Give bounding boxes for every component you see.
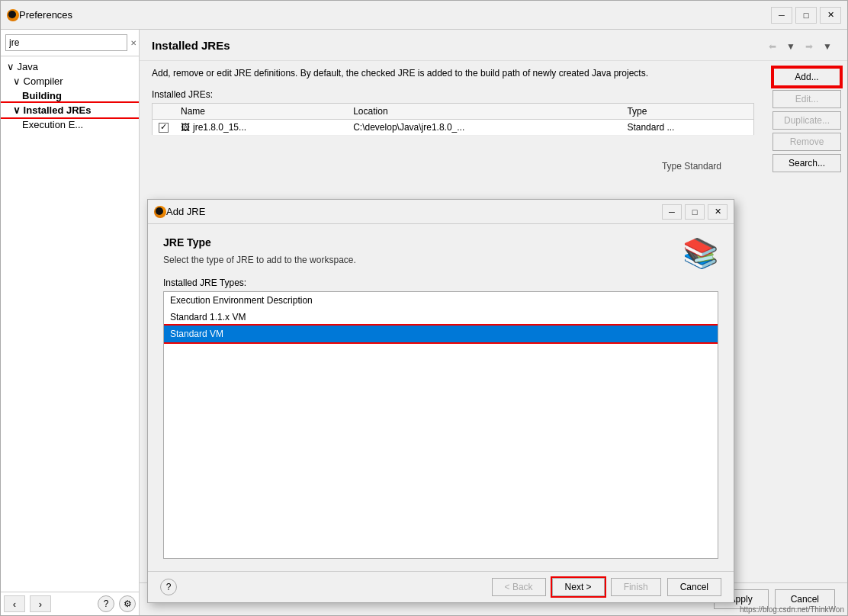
nav-back-button[interactable]: ⬅	[765, 39, 780, 54]
dialog-titlebar: Add JRE ─ □ ✕	[148, 200, 734, 224]
panel-header: Installed JREs ⬅ ▼ ➡ ▼	[140, 30, 847, 61]
window-title: Preferences	[19, 9, 771, 21]
sidebar-item-java[interactable]: ∨ Java	[1, 59, 139, 74]
tree-area: ∨ Java ∨ Compiler Building ∨ Installed J…	[1, 56, 139, 592]
dialog-section-title: JRE Type	[163, 236, 667, 249]
sidebar-item-installed-jres[interactable]: ∨ Installed JREs	[1, 103, 139, 117]
nav-dropdown-button[interactable]: ▼	[783, 39, 798, 54]
window-controls: ─ □ ✕	[771, 7, 841, 24]
finish-button[interactable]: Finish	[611, 578, 661, 596]
dialog-close-button[interactable]: ✕	[708, 204, 728, 220]
dialog-body: JRE Type Select the type of JRE to add t…	[148, 224, 734, 571]
sidebar-item-building[interactable]: Building	[1, 88, 139, 103]
dialog-list: Execution Environment Description Standa…	[163, 291, 718, 559]
panel-nav: ⬅ ▼ ➡ ▼	[765, 39, 835, 54]
dialog-list-item-stdvm[interactable]: Standard VM	[164, 326, 718, 342]
dialog-minimize-button[interactable]: ─	[662, 204, 682, 220]
watermark: https://blog.csdn.net/ThinkWon	[740, 605, 844, 614]
nav-forward-button[interactable]: ➡	[801, 39, 817, 54]
jre-checkbox[interactable]	[159, 123, 169, 133]
edit-button[interactable]: Edit...	[773, 90, 841, 108]
dialog-description: Select the type of JRE to add to the wor…	[163, 255, 667, 265]
search-clear-icon[interactable]: ✕	[130, 39, 137, 47]
description-text: Add, remove or edit JRE definitions. By …	[152, 67, 754, 80]
sidebar-item-execution-e[interactable]: Execution E...	[1, 117, 139, 132]
dialog-footer: ? < Back Next > Finish Cancel	[148, 571, 734, 602]
duplicate-button[interactable]: Duplicate...	[773, 111, 841, 130]
close-button[interactable]: ✕	[820, 7, 841, 24]
table-header-name: Name	[175, 103, 347, 119]
table-cell-name: 🖼jre1.8.0_15...	[175, 119, 347, 135]
minimize-button[interactable]: ─	[771, 7, 792, 24]
sidebar-bottom: ‹ › ? ⚙	[1, 592, 139, 615]
table-cell-location: C:\develop\Java\jre1.8.0_...	[347, 119, 621, 135]
search-box: ✕	[1, 30, 139, 56]
dialog-maximize-button[interactable]: □	[685, 204, 705, 220]
side-buttons: Add... Edit... Duplicate... Remove Searc…	[766, 61, 847, 582]
dialog-app-icon	[154, 206, 166, 218]
sidebar-item-compiler[interactable]: ∨ Compiler	[1, 74, 139, 88]
add-button[interactable]: Add...	[773, 67, 841, 87]
jre-table: Name Location Type 🖼jre	[152, 103, 754, 136]
dialog-list-label: Installed JRE Types:	[163, 278, 718, 288]
settings-button[interactable]: ⚙	[119, 595, 136, 612]
table-cell-type: Standard ...	[621, 119, 753, 135]
panel-title: Installed JREs	[152, 39, 230, 52]
dialog-title: Add JRE	[166, 206, 662, 217]
add-jre-dialog: Add JRE ─ □ ✕ JRE Type Select the type o…	[147, 199, 734, 603]
title-bar: Preferences ─ □ ✕	[1, 1, 847, 30]
remove-button[interactable]: Remove	[773, 133, 841, 151]
sidebar: ✕ ∨ Java ∨ Compiler Building ∨ Installed…	[1, 30, 140, 615]
installed-jres-label: Installed JREs:	[152, 89, 754, 100]
dialog-list-item-ee[interactable]: Execution Environment Description	[164, 292, 718, 309]
table-header-checkbox	[153, 103, 175, 119]
dialog-controls: ─ □ ✕	[662, 204, 728, 220]
nav-dropdown2-button[interactable]: ▼	[820, 39, 835, 54]
back-button[interactable]: < Back	[492, 578, 546, 596]
next-button[interactable]: Next >	[552, 578, 605, 596]
search-button[interactable]: Search...	[773, 154, 841, 172]
dialog-help-button[interactable]: ?	[160, 579, 177, 595]
app-icon	[7, 9, 19, 21]
table-row[interactable]: 🖼jre1.8.0_15... C:\develop\Java\jre1.8.0…	[153, 119, 754, 135]
search-input[interactable]	[5, 34, 127, 51]
maximize-button[interactable]: □	[795, 7, 817, 24]
books-icon: 📚	[683, 236, 718, 270]
table-cell-checkbox	[153, 119, 175, 135]
sidebar-right-btn[interactable]: ›	[30, 595, 51, 612]
table-header-location: Location	[347, 103, 621, 119]
sidebar-left-btn[interactable]: ‹	[4, 595, 25, 612]
dialog-cancel-button[interactable]: Cancel	[667, 578, 721, 596]
help-button[interactable]: ?	[98, 595, 114, 612]
table-header-type: Type	[621, 103, 753, 119]
dialog-list-item-std11[interactable]: Standard 1.1.x VM	[164, 309, 718, 326]
